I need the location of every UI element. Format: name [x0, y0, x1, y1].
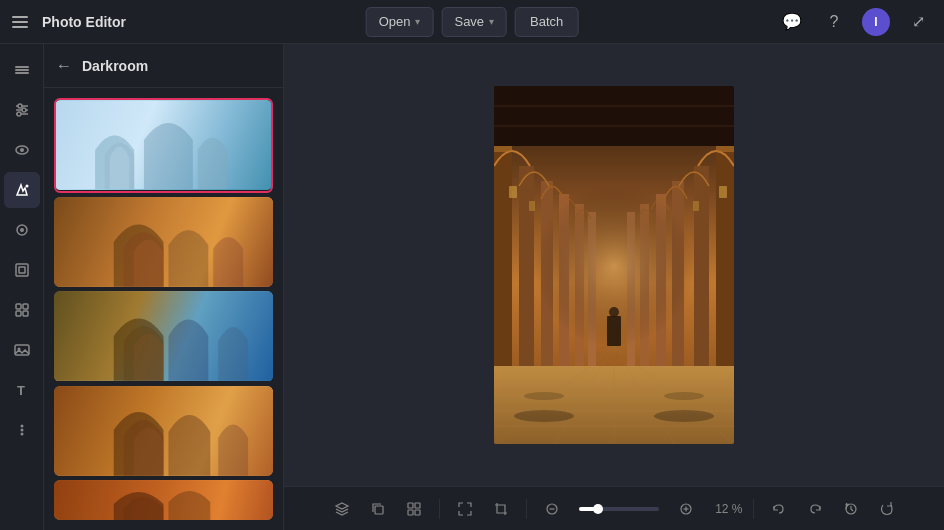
zoom-percentage: 12 % [707, 502, 743, 516]
filter-thumb-last [54, 480, 273, 520]
open-button[interactable]: Open ▾ [366, 7, 434, 37]
filter-thumb-filter [54, 197, 273, 287]
zoom-slider-wrap [579, 507, 659, 511]
svg-point-4 [18, 104, 22, 108]
svg-rect-71 [415, 503, 420, 508]
zoom-plus-button[interactable] [671, 494, 701, 524]
divider-1 [439, 499, 440, 519]
svg-point-11 [25, 185, 28, 188]
zoom-slider[interactable] [579, 507, 659, 511]
save-button[interactable]: Save ▾ [441, 7, 507, 37]
sidebar-icon-effects[interactable] [4, 172, 40, 208]
filter-list: Negative [44, 88, 283, 530]
svg-point-58 [609, 307, 619, 317]
copy-button[interactable] [363, 494, 393, 524]
filter-label-solarize: Solarize [54, 381, 273, 382]
menu-icon[interactable] [12, 12, 32, 32]
redo-button[interactable] [800, 494, 830, 524]
undo-button[interactable] [764, 494, 794, 524]
sidebar-icon-paint[interactable] [4, 212, 40, 248]
user-avatar[interactable]: I [862, 8, 890, 36]
svg-point-60 [654, 410, 714, 422]
filter-thumb-solarize [54, 291, 273, 381]
sidebar-icon-objects[interactable] [4, 292, 40, 328]
svg-rect-19 [23, 311, 28, 316]
zoom-thumb [593, 504, 603, 514]
expand-icon[interactable]: ⤢ [904, 8, 932, 36]
sidebar-icon-layers[interactable] [4, 52, 40, 88]
filter-label-negative: Negative [56, 190, 271, 193]
header-right: 💬 ? I ⤢ [778, 8, 932, 36]
svg-rect-67 [494, 146, 512, 152]
header: Photo Editor Open ▾ Save ▾ Batch 💬 ? I ⤢ [0, 0, 944, 44]
svg-rect-69 [375, 506, 383, 514]
app-title: Photo Editor [42, 14, 126, 30]
svg-text:T: T [17, 383, 25, 398]
body: T ← Darkroom [0, 44, 944, 530]
filter-item-solarize[interactable]: Solarize [54, 291, 273, 382]
canvas-main [284, 44, 944, 486]
svg-point-6 [22, 108, 26, 112]
svg-point-10 [20, 148, 24, 152]
open-chevron: ▾ [415, 16, 420, 27]
svg-rect-0 [15, 66, 29, 68]
crop-button[interactable] [486, 494, 516, 524]
sidebar-icon-photo[interactable] [4, 332, 40, 368]
svg-rect-1 [15, 69, 29, 71]
canvas-area: 12 % [284, 44, 944, 530]
sidebar-icon-more[interactable] [4, 412, 40, 448]
icon-sidebar: T [0, 44, 44, 530]
sidebar-icon-text[interactable]: T [4, 372, 40, 408]
svg-point-25 [20, 433, 23, 436]
save-chevron: ▾ [489, 16, 494, 27]
svg-rect-73 [415, 510, 420, 515]
divider-2 [526, 499, 527, 519]
zoom-minus-button[interactable] [537, 494, 567, 524]
filter-item-negative[interactable]: Negative [54, 98, 273, 193]
help-icon[interactable]: ? [820, 8, 848, 36]
bottom-toolbar: 12 % [284, 486, 944, 530]
chat-icon[interactable]: 💬 [778, 8, 806, 36]
filter-thumb-negative [56, 100, 271, 190]
svg-rect-15 [19, 267, 25, 273]
filter-label-filter: Filter [54, 287, 273, 288]
history-button[interactable] [836, 494, 866, 524]
svg-rect-2 [15, 72, 29, 74]
batch-button[interactable]: Batch [515, 7, 578, 37]
darkroom-panel: ← Darkroom [44, 44, 284, 530]
sidebar-icon-eye[interactable] [4, 132, 40, 168]
expand-canvas-button[interactable] [450, 494, 480, 524]
svg-point-23 [20, 425, 23, 428]
back-button[interactable]: ← [56, 57, 72, 75]
filter-item-last[interactable] [54, 480, 273, 520]
svg-point-8 [17, 112, 21, 116]
svg-rect-72 [408, 510, 413, 515]
svg-rect-57 [607, 316, 621, 346]
svg-rect-16 [16, 304, 21, 309]
rotate-button[interactable] [872, 494, 902, 524]
svg-rect-68 [716, 146, 734, 152]
svg-rect-70 [408, 503, 413, 508]
panel-header: ← Darkroom [44, 44, 283, 88]
header-center-actions: Open ▾ Save ▾ Batch [366, 7, 579, 37]
svg-point-13 [20, 228, 24, 232]
main-photo [494, 86, 734, 444]
photo-container [494, 86, 734, 444]
sidebar-icon-adjustments[interactable] [4, 92, 40, 128]
sidebar-icon-frame[interactable] [4, 252, 40, 288]
svg-rect-54 [494, 86, 734, 146]
layers-tb-button[interactable] [327, 494, 357, 524]
svg-rect-65 [529, 201, 535, 211]
svg-point-59 [514, 410, 574, 422]
svg-rect-18 [16, 311, 21, 316]
panel-title: Darkroom [82, 58, 148, 74]
filter-thumb-additive [54, 386, 273, 476]
grid-button[interactable] [399, 494, 429, 524]
svg-rect-63 [509, 186, 517, 198]
svg-rect-66 [693, 201, 699, 211]
divider-3 [753, 499, 754, 519]
svg-rect-14 [16, 264, 28, 276]
filter-item-filter[interactable]: Filter [54, 197, 273, 288]
svg-point-61 [524, 392, 564, 400]
filter-item-additive-exposure[interactable]: Additive Exposure [54, 386, 273, 477]
